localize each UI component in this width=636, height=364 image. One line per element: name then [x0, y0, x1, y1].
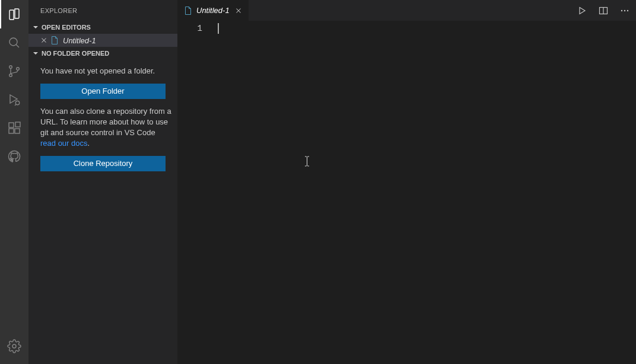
activity-run-debug[interactable]: [0, 85, 28, 114]
chevron-down-icon: [31, 49, 40, 58]
open-editor-item[interactable]: Untitled-1: [28, 34, 177, 47]
more-actions-icon[interactable]: [618, 0, 631, 21]
svg-rect-6: [9, 123, 14, 127]
explorer-sidebar: EXPLORER OPEN EDITORS Untitled-1 NO FOLD…: [28, 0, 177, 364]
clone-info-text: You can also clone a repository from a U…: [40, 106, 171, 149]
svg-rect-9: [15, 122, 20, 127]
svg-point-0: [9, 38, 17, 46]
svg-point-3: [9, 74, 12, 77]
editor-actions: [575, 0, 636, 21]
clone-repository-button[interactable]: Clone Repository: [40, 156, 166, 171]
file-icon: [183, 6, 193, 15]
split-editor-icon[interactable]: [597, 0, 610, 21]
svg-point-10: [12, 344, 16, 348]
section-no-folder[interactable]: NO FOLDER OPENED: [28, 47, 177, 60]
tab-title: Untitled-1: [196, 6, 230, 15]
activity-search[interactable]: [0, 28, 28, 57]
read-docs-link[interactable]: read our docs: [40, 139, 88, 148]
activity-github[interactable]: [0, 142, 28, 171]
close-icon[interactable]: [39, 36, 49, 45]
section-label: OPEN EDITORS: [42, 24, 91, 31]
tabs-row: Untitled-1: [177, 0, 636, 21]
activity-source-control[interactable]: [0, 57, 28, 85]
open-folder-button[interactable]: Open Folder: [40, 84, 166, 99]
editor-body[interactable]: 1: [177, 21, 636, 364]
run-icon[interactable]: [575, 0, 589, 21]
svg-rect-8: [15, 129, 20, 133]
activity-settings[interactable]: [0, 332, 28, 360]
activity-explorer[interactable]: [0, 0, 28, 28]
code-area[interactable]: [218, 21, 636, 364]
editor-group: Untitled-1 1: [177, 0, 636, 364]
svg-point-5: [15, 101, 19, 104]
svg-rect-7: [9, 129, 14, 133]
open-editor-filename: Untitled-1: [63, 36, 96, 45]
svg-point-15: [627, 9, 628, 11]
close-icon[interactable]: [234, 7, 243, 15]
svg-point-14: [624, 9, 625, 11]
file-icon: [50, 36, 59, 45]
activity-extensions[interactable]: [0, 114, 28, 142]
no-folder-message: You have not yet opened a folder.: [40, 66, 171, 76]
svg-point-2: [9, 66, 12, 69]
section-open-editors[interactable]: OPEN EDITORS: [28, 21, 177, 34]
sidebar-title: EXPLORER: [28, 0, 177, 21]
no-folder-body: You have not yet opened a folder. Open F…: [28, 60, 177, 178]
chevron-down-icon: [31, 23, 40, 32]
svg-line-1: [16, 44, 19, 47]
tab-untitled-1[interactable]: Untitled-1: [177, 0, 249, 21]
line-number: 1: [177, 23, 202, 34]
activity-bar: [0, 0, 28, 364]
svg-point-4: [17, 68, 20, 71]
text-cursor: [218, 23, 219, 34]
section-label: NO FOLDER OPENED: [42, 50, 109, 57]
svg-point-13: [621, 9, 622, 11]
line-gutter: 1: [177, 21, 218, 364]
